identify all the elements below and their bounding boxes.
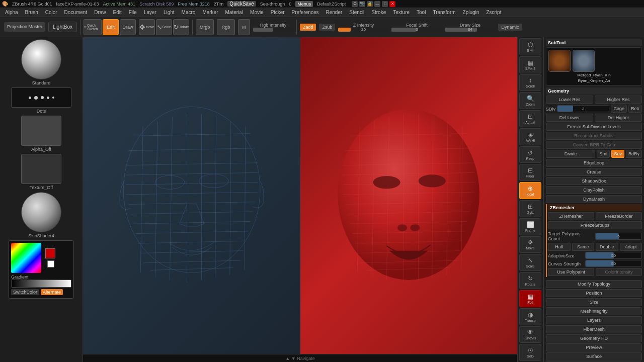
modify-topology-btn[interactable]: Modify Topology <box>546 280 642 288</box>
texture-preview[interactable] <box>21 154 61 184</box>
menu-item-alpha[interactable]: Alpha <box>2 9 21 16</box>
rtool-btn-bmt[interactable]: ⬡BMt <box>519 38 541 55</box>
rgb-btn[interactable]: Rgb <box>217 19 235 35</box>
material-preview[interactable] <box>21 192 61 232</box>
menu-item-zscript[interactable]: Zscript <box>483 9 504 16</box>
quick-sketch-btn[interactable]: ✏ Quick Sketch <box>84 19 102 35</box>
convert-btn[interactable]: Convert BPR To Geo <box>546 141 642 149</box>
rtool-btn-spix-3[interactable]: ▦SPix 3 <box>519 56 541 73</box>
color-spectrum[interactable] <box>11 243 41 273</box>
use-polypaint-btn[interactable]: Use Polypaint <box>548 268 594 276</box>
lightbox-btn[interactable]: LightBox <box>48 22 77 32</box>
menu-item-marker[interactable]: Marker <box>199 9 221 16</box>
rtool-btn-frame[interactable]: ⬜Frame <box>519 218 541 235</box>
edit-btn[interactable]: Edit <box>103 19 119 35</box>
preview-btn[interactable]: Preview <box>546 343 642 351</box>
z-intensity-slider[interactable]: 25 <box>338 28 388 32</box>
retr-btn[interactable]: Retr <box>628 105 642 113</box>
draw-size-slider[interactable]: 64 <box>445 28 495 32</box>
same-btn[interactable]: Same <box>572 243 595 251</box>
rtool-btn-zoom[interactable]: 🔍Zoom <box>519 92 541 109</box>
adaptive-size-slider[interactable]: 50 <box>585 252 642 259</box>
menu-item-stroke[interactable]: Stroke <box>368 9 389 16</box>
rtool-btn-move[interactable]: ✥Move <box>519 236 541 253</box>
brush-preview[interactable] <box>21 39 61 79</box>
edgeloop-btn[interactable]: EdgeLoop <box>546 159 642 167</box>
rtool-btn-local[interactable]: ⊕local <box>519 182 541 199</box>
menu-item-color[interactable]: Color <box>42 9 60 16</box>
topbar-icon-1[interactable]: ⚙ <box>352 1 358 7</box>
freeze-border-btn[interactable]: FreezeBorder <box>596 212 642 220</box>
curves-strength-slider[interactable]: 50 <box>585 260 642 267</box>
rtool-btn-poli[interactable]: ▦Poli <box>519 290 541 307</box>
minimize-button[interactable]: — <box>374 1 380 7</box>
dynamic-btn[interactable]: Dynamic <box>498 24 522 31</box>
dynamesh-btn[interactable]: DynaMesh <box>546 195 642 203</box>
menu-item-preferences[interactable]: Preferences <box>289 9 322 16</box>
double-btn[interactable]: Double <box>596 243 618 251</box>
rtool-btn-solo[interactable]: ☉Solo <box>519 344 541 361</box>
zsub-btn[interactable]: Zsub <box>319 24 335 31</box>
shadowbox-btn[interactable]: ShadowBox <box>546 177 642 185</box>
bdry-btn[interactable]: BdRy <box>626 150 642 158</box>
rotate-btn[interactable]: ↻ Rotate <box>173 19 189 35</box>
main-color-swatch[interactable] <box>45 248 55 258</box>
rtool-btn-actual[interactable]: ⊡Actual <box>519 110 541 127</box>
half-btn[interactable]: Half <box>548 243 571 251</box>
adapt-btn[interactable]: Adapt <box>620 243 642 251</box>
menu-item-render[interactable]: Render <box>323 9 346 16</box>
move-btn[interactable]: ✥ Move <box>139 19 155 35</box>
menu-item-macro[interactable]: Macro <box>179 9 199 16</box>
menu-item-draw[interactable]: Draw <box>91 9 109 16</box>
menu-item-edit[interactable]: Edit <box>110 9 125 16</box>
lower-res-btn[interactable]: Lower Res <box>546 96 593 104</box>
menu-item-transform[interactable]: Transform <box>430 9 458 16</box>
menu-item-zplugin[interactable]: Zplugin <box>460 9 482 16</box>
stroke-preview[interactable] <box>11 87 71 108</box>
geometry-hd-btn[interactable]: Geometry HD <box>546 334 642 342</box>
mesh2-thumbnail[interactable] <box>573 50 595 72</box>
alpha-preview[interactable] <box>21 116 61 146</box>
quick-save-btn[interactable]: QuickSave <box>227 1 256 7</box>
rtool-btn-ghovis[interactable]: 👁GhoVis <box>519 326 541 343</box>
claypolish-btn[interactable]: ClayPolish <box>546 186 642 194</box>
divide-btn[interactable]: Divide <box>546 150 595 158</box>
higher-res-btn[interactable]: Higher Res <box>595 96 642 104</box>
del-higher-btn[interactable]: Del Higher <box>595 114 642 122</box>
smt-btn[interactable]: Smt <box>597 150 610 158</box>
color-picker-area[interactable]: Gradient SwitchColor Alternate <box>9 240 74 299</box>
menu-item-picker[interactable]: Picker <box>268 9 288 16</box>
menu-item-texture[interactable]: Texture <box>390 9 413 16</box>
rtool-btn-aarhl[interactable]: ◈AArHl <box>519 128 541 145</box>
target-poly-slider[interactable]: 5 <box>595 233 642 240</box>
focal-shift-slider[interactable]: 0 <box>391 28 442 32</box>
reconstruct-subdiv-btn[interactable]: Reconstruct Subdiv <box>546 132 642 140</box>
position-btn[interactable]: Position <box>546 289 642 297</box>
menu-item-brush[interactable]: Brush <box>22 9 41 16</box>
maximize-button[interactable]: □ <box>382 1 388 7</box>
del-lower-btn[interactable]: Del Lower <box>546 114 593 122</box>
surface-btn[interactable]: Surface <box>546 352 642 360</box>
geometry-header[interactable]: Geometry <box>546 87 642 95</box>
cage-btn[interactable]: Cage <box>611 105 627 113</box>
menu-item-stencil[interactable]: Stencil <box>346 9 367 16</box>
mrgb-btn[interactable]: Mrgb <box>196 19 214 35</box>
rtool-btn-floor[interactable]: ⊟Floor <box>519 164 541 181</box>
size-btn[interactable]: Size <box>546 298 642 306</box>
rtool-btn-resp[interactable]: ↺Resp <box>519 146 541 163</box>
sdiv-slider[interactable]: 2 <box>557 105 609 112</box>
alt-color-swatch[interactable] <box>47 260 54 267</box>
crease-btn[interactable]: Crease <box>546 168 642 176</box>
draw-btn[interactable]: Draw <box>120 19 136 35</box>
suv-btn[interactable]: Suv <box>611 150 624 158</box>
switch-color-btn[interactable]: SwitchColor <box>11 289 39 295</box>
menu-item-light[interactable]: Light <box>160 9 178 16</box>
freeze-subdiv-btn[interactable]: Freeze SubDivision Levels <box>546 123 642 131</box>
freeze-groups-btn[interactable]: FreezeGroups <box>548 221 642 229</box>
gradient-preview[interactable] <box>11 280 71 288</box>
menu-item-movie[interactable]: Movie <box>247 9 267 16</box>
rtool-btn-rotate[interactable]: ↻Rotate <box>519 272 541 289</box>
topbar-icon-3[interactable]: 🔒 <box>367 1 373 7</box>
zadd-btn[interactable]: Zadd <box>300 24 316 31</box>
menus-button[interactable]: Menus <box>295 1 313 7</box>
